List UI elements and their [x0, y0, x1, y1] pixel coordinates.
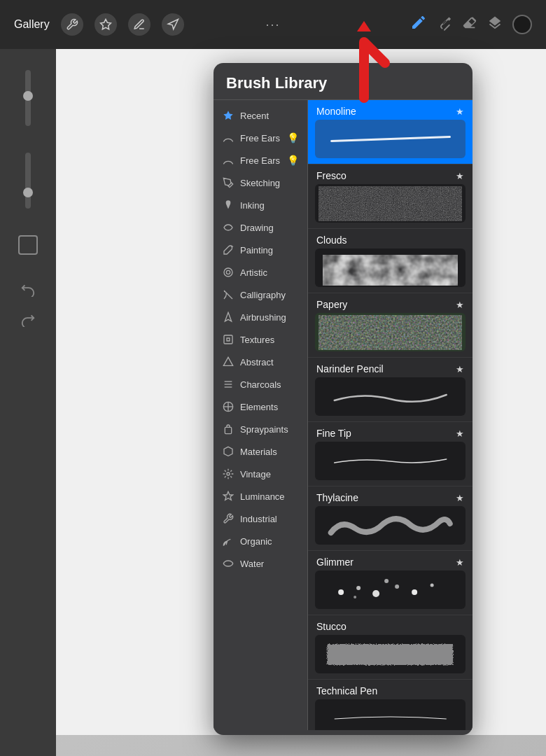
brush-item-thylacine[interactable]: Thylacine★: [308, 486, 472, 551]
category-icon-drawing: [222, 221, 234, 234]
brush-header-technical-pen: Technical Pen: [308, 680, 472, 699]
brush-star-narinder-pencil[interactable]: ★: [456, 364, 464, 374]
ipad-frame: Gallery ···: [0, 0, 546, 756]
category-label-luminance: Luminance: [240, 491, 285, 502]
category-label-recent: Recent: [240, 111, 269, 121]
redo-button[interactable]: [20, 312, 36, 330]
opacity-thumb[interactable]: [23, 91, 33, 101]
category-item-industrial[interactable]: Industrial: [214, 507, 307, 530]
svg-rect-16: [225, 427, 231, 433]
brush-header-fine-tip: Fine Tip★: [308, 422, 472, 442]
smudge-tool-button[interactable]: [437, 15, 452, 34]
magic-icon[interactable]: [94, 13, 117, 36]
brush-item-monoline[interactable]: Monoline★: [308, 100, 472, 164]
category-item-recent[interactable]: Recent: [214, 104, 307, 127]
brush-star-glimmer[interactable]: ★: [456, 557, 464, 568]
brush-item-fresco[interactable]: Fresco★: [308, 164, 472, 229]
category-item-sketching[interactable]: Sketching: [214, 172, 307, 194]
brush-star-monoline[interactable]: ★: [456, 106, 464, 117]
svg-point-5: [226, 270, 230, 274]
brush-item-stucco[interactable]: Stucco: [308, 615, 472, 680]
brush-header-clouds: Clouds: [308, 229, 472, 248]
category-item-charcoals[interactable]: Charcoals: [214, 373, 307, 396]
category-item-abstract[interactable]: Abstract: [214, 351, 307, 373]
svg-point-19: [335, 258, 447, 283]
svg-marker-1: [168, 20, 178, 29]
brush-star-thylacine[interactable]: ★: [456, 493, 464, 503]
left-sidebar: [0, 49, 56, 756]
category-item-materials[interactable]: Materials: [214, 440, 307, 463]
category-item-vintage[interactable]: Vintage: [214, 463, 307, 485]
category-item-drawing[interactable]: Drawing: [214, 216, 307, 239]
category-item-spraypaints[interactable]: Spraypaints: [214, 418, 307, 440]
brush-name-thylacine: Thylacine: [316, 492, 358, 503]
color-picker[interactable]: [512, 15, 532, 34]
opacity-slider[interactable]: [25, 70, 31, 126]
brush-tool-button[interactable]: [410, 14, 427, 35]
brush-star-fine-tip[interactable]: ★: [456, 428, 464, 439]
brush-library-body: RecentFree Ears💡Free Ears💡SketchingInkin…: [214, 100, 472, 730]
category-icon-textures: [222, 333, 234, 346]
stroke-icon[interactable]: [128, 13, 150, 36]
category-label-painting: Painting: [240, 245, 273, 255]
category-item-water[interactable]: Water: [214, 552, 307, 575]
svg-point-25: [412, 589, 418, 595]
brush-item-narinder-pencil[interactable]: Narinder Pencil★: [308, 358, 472, 422]
category-item-organic[interactable]: Organic: [214, 530, 307, 552]
svg-point-6: [224, 268, 232, 276]
category-label-vintage: Vintage: [240, 469, 271, 479]
category-item-elements[interactable]: Elements: [214, 396, 307, 418]
brush-item-papery[interactable]: Papery★: [308, 293, 472, 358]
category-item-textures[interactable]: Textures: [214, 328, 307, 351]
category-item-artistic[interactable]: Artistic: [214, 261, 307, 284]
brush-preview-thylacine: [315, 506, 465, 545]
svg-rect-18: [321, 186, 461, 221]
category-item-airbrushing[interactable]: Airbrushing: [214, 306, 307, 328]
svg-rect-29: [328, 644, 454, 665]
category-label-artistic: Artistic: [240, 267, 267, 278]
category-item-luminance[interactable]: Luminance: [214, 485, 307, 507]
gallery-button[interactable]: Gallery: [14, 18, 50, 31]
size-slider[interactable]: [25, 153, 31, 209]
brush-preview-fine: [315, 442, 465, 480]
category-item-free-ears-2[interactable]: Free Ears💡: [214, 149, 307, 172]
category-item-inking[interactable]: Inking: [214, 194, 307, 216]
brush-preview-technical: [315, 699, 465, 730]
brush-star-fresco[interactable]: ★: [456, 171, 464, 181]
eraser-tool-button[interactable]: [462, 15, 477, 34]
category-label-charcoals: Charcoals: [240, 379, 281, 390]
undo-button[interactable]: [20, 281, 36, 300]
layers-button[interactable]: [487, 15, 503, 34]
brush-library-title: Brush Library: [226, 74, 327, 92]
brush-name-papery: Papery: [316, 299, 347, 310]
brush-library-panel: Brush Library RecentFree Ears💡Free Ears💡…: [214, 63, 472, 735]
brush-header-papery: Papery★: [308, 293, 472, 313]
size-thumb[interactable]: [23, 188, 33, 197]
svg-marker-9: [223, 357, 232, 365]
category-item-painting[interactable]: Painting: [214, 239, 307, 261]
brush-item-glimmer[interactable]: Glimmer★: [308, 551, 472, 615]
category-label-inking: Inking: [240, 200, 265, 211]
brush-item-clouds[interactable]: Clouds: [308, 229, 472, 293]
brush-name-technical-pen: Technical Pen: [316, 685, 377, 696]
brush-name-fine-tip: Fine Tip: [316, 428, 351, 439]
brush-header-thylacine: Thylacine★: [308, 486, 472, 506]
svg-point-21: [339, 589, 344, 595]
category-label-free-ears-1: Free Ears: [240, 133, 280, 144]
more-options[interactable]: ···: [265, 18, 280, 32]
top-bar-left: Gallery: [14, 13, 184, 36]
brush-name-stucco: Stucco: [316, 621, 346, 632]
wrench-icon[interactable]: [61, 13, 83, 36]
brush-item-fine-tip[interactable]: Fine Tip★: [308, 422, 472, 486]
brush-item-technical-pen[interactable]: Technical Pen: [308, 680, 472, 730]
category-item-calligraphy[interactable]: Calligraphy: [214, 284, 307, 306]
svg-rect-8: [224, 335, 232, 344]
category-label-abstract: Abstract: [240, 357, 274, 368]
modifier-square[interactable]: [18, 235, 38, 255]
brush-star-papery[interactable]: ★: [456, 300, 464, 310]
brush-header-stucco: Stucco: [308, 615, 472, 635]
navigation-icon[interactable]: [162, 13, 184, 36]
svg-point-28: [385, 579, 389, 583]
svg-rect-20: [321, 315, 461, 350]
category-item-free-ears-1[interactable]: Free Ears💡: [214, 127, 307, 149]
